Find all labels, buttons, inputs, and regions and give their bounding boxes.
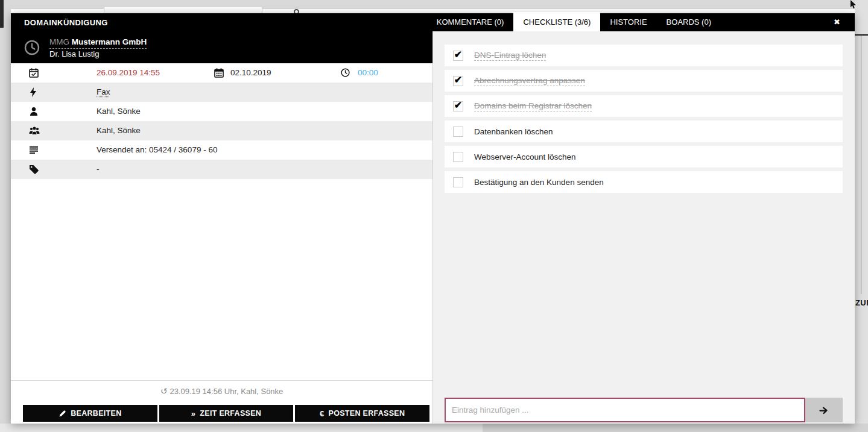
- add-expense-button[interactable]: € POSTEN ERFASSEN: [295, 405, 429, 422]
- background-partial-label: ZUR: [855, 298, 868, 307]
- checkbox-unchecked[interactable]: [453, 127, 463, 137]
- tags-value: -: [97, 160, 100, 179]
- euro-icon: €: [320, 409, 325, 418]
- modal-titlebar: DOMAINKÜNDIGUNG KOMMENTARE (0) CHECKLIST…: [11, 13, 855, 31]
- customer-short: MMG: [49, 37, 69, 46]
- task-detail-modal: DOMAINKÜNDIGUNG KOMMENTARE (0) CHECKLIST…: [11, 13, 855, 424]
- assignee-value: Kahl, Sönke: [97, 102, 141, 121]
- checklist-item-label: Abrechnungsvertrag anpassen: [474, 76, 585, 86]
- checklist-item[interactable]: Datenbanken löschen: [445, 121, 843, 142]
- arrow-right-icon: [819, 405, 829, 415]
- checklist-item-label: DNS-Eintrag löchen: [474, 51, 546, 61]
- start-datetime: 26.09.2019 14:55: [97, 63, 160, 83]
- checkbox-checked[interactable]: ✔: [453, 101, 463, 111]
- customer-header: MMG Mustermann GmbH Dr. Lisa Lustig: [11, 31, 432, 63]
- check-icon: ✔: [454, 76, 462, 84]
- edit-button[interactable]: BEARBEITEN: [23, 405, 157, 422]
- track-time-button[interactable]: » ZEIT ERFASSEN: [159, 405, 294, 422]
- tag-icon: [29, 164, 39, 174]
- tracked-time[interactable]: 00:00: [358, 63, 378, 83]
- check-icon: ✔: [454, 51, 462, 59]
- tags-row: -: [11, 160, 432, 179]
- background-vertical-line: [861, 36, 861, 294]
- checkbox-checked[interactable]: ✔: [453, 76, 463, 86]
- tab-boards[interactable]: BOARDS (0): [657, 13, 721, 31]
- tab-checkliste[interactable]: CHECKLISTE (3/6): [513, 12, 600, 33]
- background-right-strip: [855, 0, 868, 432]
- checklist-item-label: Datenbanken löschen: [474, 127, 553, 136]
- submit-entry-button[interactable]: [805, 398, 843, 422]
- checkbox-unchecked[interactable]: [453, 152, 463, 162]
- checklist-item[interactable]: ✔ DNS-Eintrag löchen: [445, 45, 843, 66]
- checklist-item[interactable]: ✔ Abrechnungsvertrag anpassen: [445, 70, 843, 92]
- calendar-icon: [214, 68, 224, 78]
- edit-button-label: BEARBEITEN: [71, 409, 121, 418]
- clock-icon: [341, 68, 350, 78]
- modal-tabs: KOMMENTARE (0) CHECKLISTE (3/6) HISTORIE…: [427, 13, 721, 31]
- tab-historie[interactable]: HISTORIE: [600, 13, 656, 31]
- bolt-icon: [29, 87, 39, 97]
- users-icon: [29, 126, 39, 136]
- close-icon[interactable]: ✖: [829, 13, 845, 31]
- screen: ZUR DOMAINKÜNDIGUNG KOMMENTARE (0) CHECK…: [0, 0, 868, 432]
- customer-link[interactable]: MMG Mustermann GmbH: [49, 36, 147, 49]
- info-value: Versendet an: 05424 / 36079 - 60: [97, 140, 217, 160]
- last-change-text: 23.09.19 14:56 Uhr, Kahl, Sönke: [169, 387, 283, 396]
- checklist-item-label: Domains beim Registrar löschen: [474, 101, 592, 111]
- chevrons-icon: »: [191, 409, 196, 418]
- team-value: Kahl, Sönke: [97, 121, 141, 140]
- info-row: Versendet an: 05424 / 36079 - 60: [11, 140, 432, 160]
- user-icon: [29, 107, 39, 116]
- checklist-item-label: Webserver-Account löschen: [474, 152, 576, 161]
- checklist-items: ✔ DNS-Eintrag löchen ✔ Abrechnungsvertra…: [445, 45, 843, 196]
- channel-value[interactable]: Fax: [97, 83, 110, 102]
- last-change: ↺23.09.19 14:56 Uhr, Kahl, Sönke: [11, 386, 432, 396]
- action-buttons: BEARBEITEN » ZEIT ERFASSEN € POSTEN ERFA…: [23, 405, 429, 422]
- clock-circle-icon: [24, 40, 40, 55]
- add-entry-bar: [445, 398, 843, 422]
- customer-text: MMG Mustermann GmbH Dr. Lisa Lustig: [49, 34, 147, 60]
- background-left-strip: [0, 0, 11, 428]
- checkbox-unchecked[interactable]: [453, 177, 463, 187]
- due-date: 02.10.2019: [230, 63, 271, 83]
- add-expense-button-label: POSTEN ERFASSEN: [329, 409, 405, 418]
- background-left-widget: [0, 0, 4, 28]
- team-row: Kahl, Sönke: [11, 121, 432, 140]
- tab-kommentare[interactable]: KOMMENTARE (0): [427, 13, 514, 31]
- modal-title: DOMAINKÜNDIGUNG: [24, 18, 108, 27]
- align-left-icon: [29, 145, 39, 155]
- calendar-check-icon: [29, 68, 39, 78]
- checklist-item[interactable]: Bestätigung an den Kunden senden: [445, 171, 843, 193]
- background-bottom-strip-dark: [483, 424, 868, 432]
- detail-rows: 26.09.2019 14:55 02.10.2019: [11, 63, 432, 179]
- pencil-icon: [59, 410, 66, 418]
- checkbox-checked[interactable]: ✔: [453, 51, 463, 61]
- dates-row: 26.09.2019 14:55 02.10.2019: [11, 63, 432, 83]
- checklist-item-label: Bestätigung an den Kunden senden: [474, 178, 604, 187]
- checklist-panel: ✔ DNS-Eintrag löchen ✔ Abrechnungsvertra…: [432, 31, 855, 424]
- mouse-cursor-icon: [850, 0, 857, 9]
- left-panel-footer: ↺23.09.19 14:56 Uhr, Kahl, Sönke BEARBEI…: [11, 380, 432, 424]
- add-entry-input[interactable]: [445, 398, 805, 422]
- contact-person: Dr. Lisa Lustig: [49, 49, 147, 60]
- background-divider-line: [855, 34, 868, 36]
- history-icon: ↺: [160, 386, 168, 396]
- channel-row: Fax: [11, 83, 432, 102]
- checklist-item[interactable]: ✔ Domains beim Registrar löschen: [445, 95, 843, 117]
- check-icon: ✔: [454, 101, 462, 110]
- customer-name: Mustermann GmbH: [72, 37, 147, 46]
- track-time-button-label: ZEIT ERFASSEN: [200, 409, 261, 418]
- checklist-item[interactable]: Webserver-Account löschen: [445, 146, 843, 167]
- task-details-panel: MMG Mustermann GmbH Dr. Lisa Lustig: [11, 31, 432, 424]
- assignee-row: Kahl, Sönke: [11, 102, 432, 121]
